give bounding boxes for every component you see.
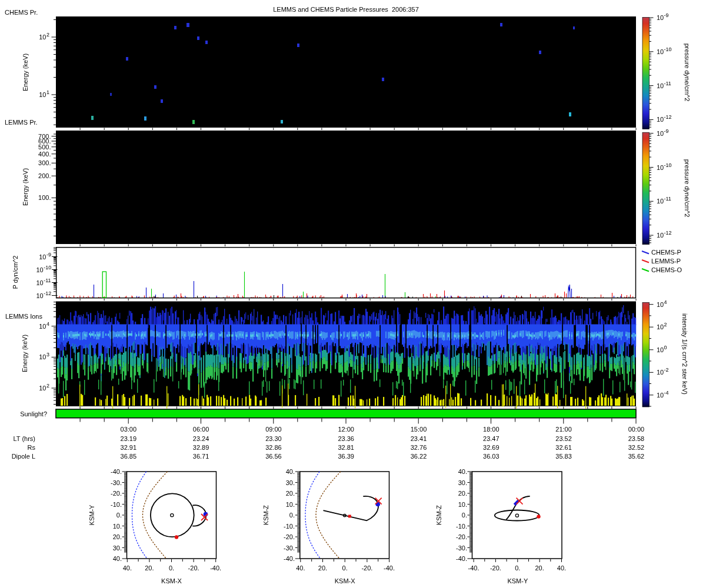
svg-text:LEMMS Pr.: LEMMS Pr.: [5, 119, 38, 126]
svg-text:-40.: -40.: [210, 564, 221, 572]
svg-text:LEMMS Ions: LEMMS Ions: [5, 313, 42, 320]
svg-text:30.: 30.: [286, 479, 295, 486]
svg-text:-12: -12: [664, 114, 672, 120]
svg-text:10.: 10.: [286, 501, 295, 508]
svg-text:32.89: 32.89: [193, 444, 209, 451]
svg-text:-2: -2: [664, 367, 669, 373]
svg-text:-20.: -20.: [456, 533, 467, 540]
svg-text:32.52: 32.52: [628, 444, 645, 451]
svg-text:-9: -9: [664, 12, 669, 18]
svg-text:10: 10: [657, 301, 664, 308]
svg-text:32.86: 32.86: [265, 444, 282, 451]
svg-text:23.36: 23.36: [338, 435, 354, 442]
svg-text:10: 10: [36, 292, 43, 299]
svg-text:-20.: -20.: [490, 564, 501, 572]
svg-text:10: 10: [657, 14, 664, 21]
svg-text:pressure dyne/cm^2: pressure dyne/cm^2: [684, 44, 691, 102]
svg-text:23.24: 23.24: [193, 435, 209, 442]
svg-text:-20.: -20.: [361, 564, 372, 572]
svg-text:Sunlight?: Sunlight?: [20, 410, 47, 417]
svg-text:P dyn/cm^2: P dyn/cm^2: [12, 256, 19, 289]
svg-text:23.30: 23.30: [265, 435, 282, 442]
svg-text:32.69: 32.69: [483, 444, 499, 451]
svg-text:-11: -11: [44, 278, 51, 283]
svg-text:40.: 40.: [557, 564, 566, 572]
svg-text:-11: -11: [664, 196, 671, 202]
svg-text:10: 10: [39, 323, 46, 330]
svg-text:12:00: 12:00: [338, 426, 354, 433]
svg-text:10: 10: [39, 353, 46, 360]
svg-text:23.19: 23.19: [121, 435, 137, 442]
svg-text:-11: -11: [664, 81, 671, 86]
svg-text:35.83: 35.83: [555, 453, 572, 460]
svg-text:36.22: 36.22: [411, 453, 427, 460]
svg-text:-10: -10: [664, 46, 672, 52]
svg-text:10: 10: [36, 279, 43, 286]
svg-text:-30.: -30.: [111, 479, 122, 486]
svg-text:-10: -10: [44, 265, 51, 270]
svg-text:0.: 0.: [515, 564, 520, 572]
svg-text:23.58: 23.58: [628, 435, 645, 442]
svg-text:20.: 20.: [113, 533, 122, 540]
svg-text:10: 10: [39, 34, 46, 41]
svg-text:-20.: -20.: [188, 564, 199, 572]
svg-text:32.61: 32.61: [555, 444, 572, 451]
svg-text:CHEMS-O: CHEMS-O: [651, 266, 682, 273]
svg-text:0.: 0.: [462, 512, 467, 519]
svg-text:10: 10: [657, 82, 664, 89]
svg-text:10: 10: [657, 130, 664, 137]
svg-text:36.85: 36.85: [121, 453, 137, 460]
svg-text:-12: -12: [664, 230, 672, 236]
svg-text:10.: 10.: [113, 523, 122, 530]
svg-text:23.52: 23.52: [555, 435, 572, 442]
svg-text:LT (hrs): LT (hrs): [14, 435, 36, 442]
svg-text:KSM-X: KSM-X: [335, 577, 356, 584]
svg-text:10: 10: [657, 116, 664, 123]
svg-text:KSM-Y: KSM-Y: [88, 505, 95, 526]
svg-text:2: 2: [664, 322, 667, 328]
svg-text:intensity 1/(s cm^2 ster keV): intensity 1/(s cm^2 ster keV): [681, 313, 688, 395]
svg-text:Energy (keV): Energy (keV): [21, 335, 28, 372]
svg-text:2: 2: [46, 32, 49, 38]
svg-text:10: 10: [657, 369, 664, 376]
svg-text:30.: 30.: [113, 544, 122, 552]
svg-text:-10: -10: [664, 162, 672, 168]
svg-text:-10.: -10.: [111, 501, 122, 508]
svg-text:00:00: 00:00: [628, 426, 645, 433]
svg-text:06:00: 06:00: [193, 426, 209, 433]
svg-text:200.: 200.: [38, 172, 51, 179]
svg-text:-40.: -40.: [111, 468, 122, 475]
svg-text:0.: 0.: [169, 564, 174, 572]
svg-text:20.: 20.: [318, 564, 327, 572]
svg-text:10.: 10.: [458, 501, 467, 508]
svg-text:-40.: -40.: [456, 555, 467, 562]
svg-text:-12: -12: [44, 290, 51, 296]
svg-text:32.76: 32.76: [411, 444, 427, 451]
svg-text:-9: -9: [664, 128, 669, 134]
svg-text:4: 4: [664, 299, 667, 305]
svg-text:30.: 30.: [458, 479, 467, 486]
svg-text:3: 3: [46, 352, 49, 358]
svg-text:Energy (keV): Energy (keV): [22, 168, 29, 206]
svg-text:40.: 40.: [458, 468, 467, 475]
svg-text:40.: 40.: [296, 564, 305, 572]
svg-text:18:00: 18:00: [483, 426, 499, 433]
svg-text:CHEMS-P: CHEMS-P: [651, 249, 681, 256]
svg-text:-9: -9: [46, 252, 51, 258]
svg-text:10: 10: [39, 253, 46, 260]
svg-text:Dipole L: Dipole L: [12, 453, 35, 460]
svg-text:20.: 20.: [458, 490, 467, 497]
svg-text:10: 10: [657, 164, 664, 171]
svg-text:KSM-Y: KSM-Y: [507, 577, 528, 584]
svg-text:100.: 100.: [38, 194, 51, 201]
svg-text:KSM-Z: KSM-Z: [435, 505, 442, 526]
svg-text:KSM-Z: KSM-Z: [262, 505, 269, 526]
svg-text:LEMMS and CHEMS Particle Press: LEMMS and CHEMS Particle Pressures 2006:…: [273, 6, 419, 13]
svg-text:Rs: Rs: [28, 444, 36, 451]
svg-text:20.: 20.: [286, 490, 295, 497]
svg-text:03:00: 03:00: [121, 426, 137, 433]
svg-text:-10.: -10.: [456, 523, 467, 530]
svg-text:-30.: -30.: [456, 544, 467, 552]
svg-text:23.47: 23.47: [483, 435, 499, 442]
svg-text:10: 10: [39, 91, 46, 98]
